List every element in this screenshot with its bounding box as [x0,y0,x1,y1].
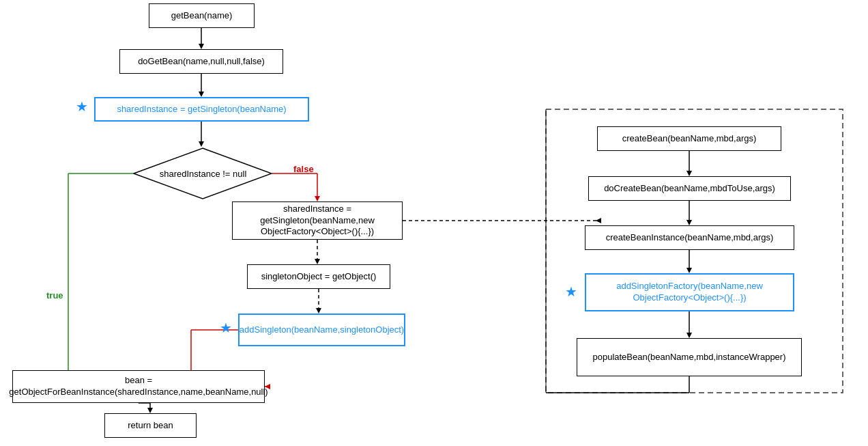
getObjectFor-label: bean = getObjectForBeanInstance(sharedIn… [9,375,267,398]
star-sharedInstance: ★ [76,98,88,115]
singletonObject-box: singletonObject = getObject() [247,264,390,289]
svg-marker-1 [199,44,204,49]
addSingletonFactory-label: addSingletonFactory(beanName,new ObjectF… [592,281,787,304]
false-label: false [293,164,314,174]
star-addSingletonFactory: ★ [565,283,577,300]
svg-marker-3 [199,92,204,97]
doGetBean-label: doGetBean(name,null,null,false) [138,56,265,68]
svg-marker-16 [316,308,321,313]
doCreateBean-box: doCreateBean(beanName,mbdToUse,args) [588,176,791,201]
svg-marker-14 [315,259,320,264]
getSingletonNew-label: sharedInstance = getSingleton(beanName,n… [238,204,396,238]
svg-marker-34 [686,333,692,338]
doGetBean-box: doGetBean(name,null,null,false) [119,49,283,74]
returnBean-box: return bean [104,413,197,438]
createBeanInstance-label: createBeanInstance(beanName,mbd,args) [606,232,774,244]
addSingleton-box: addSingleton(beanName,singletonObject) [238,313,405,346]
getBean-label: getBean(name) [171,10,233,22]
diagram: getBean(name) doGetBean(name,null,null,f… [0,0,868,446]
star-addSingleton: ★ [220,320,232,336]
sharedInstance-box: sharedInstance = getSingleton(beanName) [94,97,309,122]
svg-marker-23 [147,408,153,413]
addSingletonFactory-box: addSingletonFactory(beanName,new ObjectF… [585,273,794,311]
doCreateBean-label: doCreateBean(beanName,mbdToUse,args) [604,183,775,195]
getSingletonNew-box: sharedInstance = getSingleton(beanName,n… [232,201,403,240]
svg-marker-26 [596,218,601,223]
addSingleton-label: addSingleton(beanName,singletonObject) [240,324,404,336]
svg-marker-32 [686,268,692,273]
getBean-box: getBean(name) [149,3,255,28]
getObjectFor-box: bean = getObjectForBeanInstance(sharedIn… [12,370,265,403]
svg-marker-30 [686,220,692,225]
svg-marker-28 [686,171,692,176]
populateBean-label: populateBean(beanName,mbd,instanceWrappe… [592,352,785,363]
svg-marker-8 [315,196,320,201]
diamond-condition: sharedInstance != null [133,147,273,200]
sharedInstance-label: sharedInstance = getSingleton(beanName) [117,104,286,115]
svg-marker-5 [199,141,204,147]
createBean-label: createBean(beanName,mbd,args) [622,133,757,145]
populateBean-box: populateBean(beanName,mbd,instanceWrappe… [577,338,802,376]
singletonObject-label: singletonObject = getObject() [261,271,377,283]
true-label: true [46,290,63,301]
createBean-box: createBean(beanName,mbd,args) [597,126,781,151]
diamond-text: sharedInstance != null [160,169,247,179]
createBeanInstance-box: createBeanInstance(beanName,mbd,args) [585,225,794,250]
returnBean-label: return bean [128,420,173,432]
